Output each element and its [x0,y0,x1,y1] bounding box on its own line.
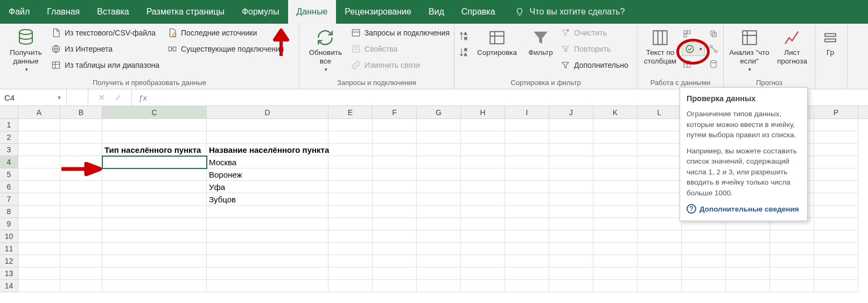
cell-L3[interactable] [638,144,682,156]
group-rows-button[interactable]: Гр [820,26,841,57]
cell-G6[interactable] [417,181,461,193]
cell-N11[interactable] [726,243,770,255]
cell-F11[interactable] [373,243,417,255]
cell-A10[interactable] [18,230,60,243]
reapply-button[interactable]: Повторить [560,42,628,56]
cell-J1[interactable] [549,119,593,131]
cell-J13[interactable] [549,267,593,280]
cell-A12[interactable] [18,255,60,267]
cell-D9[interactable] [207,218,328,230]
sort-desc-button[interactable]: ЯА [459,45,470,59]
cell-H7[interactable] [461,193,505,206]
cell-J10[interactable] [549,230,593,243]
cell-J8[interactable] [549,206,593,218]
menu-file[interactable]: Файл [0,0,38,24]
cell-P14[interactable] [814,280,858,292]
cell-F6[interactable] [373,181,417,193]
cell-P6[interactable] [814,181,858,193]
cell-P4[interactable] [814,156,858,168]
cell-O10[interactable] [770,230,814,243]
cell-J6[interactable] [549,181,593,193]
cell-G4[interactable] [417,156,461,168]
cell-D8[interactable] [207,206,328,218]
cell-G13[interactable] [417,267,461,280]
cell-I7[interactable] [505,193,549,206]
cell-N12[interactable] [726,255,770,267]
row-header[interactable]: 10 [0,230,18,243]
col-header[interactable]: K [593,106,638,118]
cell-B10[interactable] [60,230,102,243]
cell-L6[interactable] [638,181,682,193]
cell-I11[interactable] [505,243,549,255]
cell-E1[interactable] [328,119,373,131]
cell-C6[interactable] [102,181,207,193]
cell-P10[interactable] [814,230,858,243]
cell-I13[interactable] [505,267,549,280]
cell-P1[interactable] [814,119,858,131]
cell-P13[interactable] [814,267,858,280]
cell-A5[interactable] [18,168,60,181]
cell-L1[interactable] [638,119,682,131]
cell-F12[interactable] [373,255,417,267]
cell-H8[interactable] [461,206,505,218]
row-header[interactable]: 5 [0,168,18,181]
cell-H1[interactable] [461,119,505,131]
sort-asc-button[interactable]: АЯ [459,29,470,43]
cell-N10[interactable] [726,230,770,243]
row-header[interactable]: 3 [0,144,18,156]
cell-J9[interactable] [549,218,593,230]
cell-A4[interactable] [18,156,60,168]
cell-M11[interactable] [682,243,726,255]
cell-L12[interactable] [638,255,682,267]
cell-E3[interactable] [328,144,373,156]
cell-H10[interactable] [461,230,505,243]
cell-A3[interactable] [18,144,60,156]
cell-E8[interactable] [328,206,373,218]
cell-K1[interactable] [593,119,638,131]
cell-E12[interactable] [328,255,373,267]
fx-label[interactable]: ƒx [132,89,147,105]
col-header[interactable]: F [373,106,417,118]
existing-conn-button[interactable]: Существующие подключения [167,42,284,56]
cell-P7[interactable] [814,193,858,206]
cell-G7[interactable] [417,193,461,206]
cell-D7[interactable]: Зубцов [207,193,328,206]
cell-J4[interactable] [549,156,593,168]
cell-B11[interactable] [60,243,102,255]
cell-B1[interactable] [60,119,102,131]
cell-E2[interactable] [328,131,373,144]
row-header[interactable]: 8 [0,206,18,218]
row-header[interactable]: 1 [0,119,18,131]
enter-icon[interactable]: ✓ [115,93,122,103]
cell-B12[interactable] [60,255,102,267]
cell-J12[interactable] [549,255,593,267]
cell-G8[interactable] [417,206,461,218]
cell-C11[interactable] [102,243,207,255]
cell-G11[interactable] [417,243,461,255]
cell-A14[interactable] [18,280,60,292]
cell-C8[interactable] [102,206,207,218]
cell-D2[interactable] [207,131,328,144]
cell-I10[interactable] [505,230,549,243]
cell-H2[interactable] [461,131,505,144]
cell-F10[interactable] [373,230,417,243]
filter-button[interactable]: Фильтр [524,26,557,57]
queries-connections-button[interactable]: Запросы и подключения [351,26,450,40]
cell-J7[interactable] [549,193,593,206]
row-header[interactable]: 13 [0,267,18,280]
clear-filter-button[interactable]: Очистить [560,26,628,40]
col-header[interactable]: L [638,106,682,118]
cell-K7[interactable] [593,193,638,206]
cell-P3[interactable] [814,144,858,156]
cell-C13[interactable] [102,267,207,280]
get-data-button[interactable]: Получить данные▾ [4,26,47,73]
cell-G12[interactable] [417,255,461,267]
cell-D10[interactable] [207,230,328,243]
cell-E5[interactable] [328,168,373,181]
cell-J2[interactable] [549,131,593,144]
text-to-columns-button[interactable]: Текст по столбцам [642,26,678,66]
cell-I14[interactable] [505,280,549,292]
row-header[interactable]: 6 [0,181,18,193]
cell-E9[interactable] [328,218,373,230]
forecast-sheet-button[interactable]: Лист прогноза [774,26,810,66]
